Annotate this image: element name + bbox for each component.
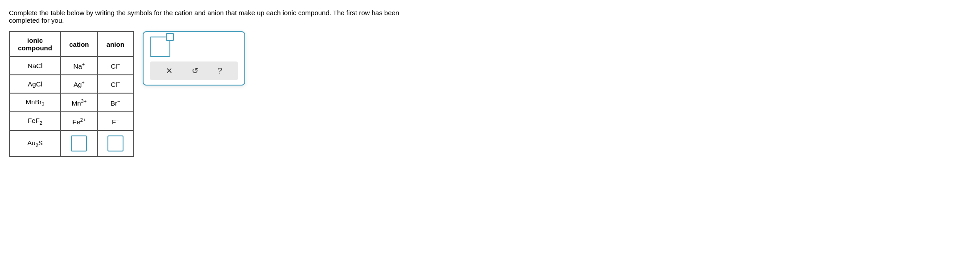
anion-au2s-input-cell (98, 131, 133, 156)
table-row: Au2S (9, 131, 133, 156)
compound-mnbr3-sub: 3 (41, 102, 44, 107)
anion-br-sup: − (117, 98, 120, 104)
popup-main-box[interactable] (150, 37, 170, 57)
cation-input-box[interactable] (71, 135, 87, 151)
table-row: FeF2 Fe2+ F− (9, 112, 133, 131)
ionic-compound-table: ioniccompound cation anion NaCl Na+ Cl− … (9, 31, 134, 157)
anion-cl1-sup: − (117, 61, 120, 67)
popup-toolbar: ✕ ↺ ? (150, 61, 238, 80)
cation-au2s-input-cell (61, 131, 98, 156)
cation-mn: Mn3+ (61, 93, 98, 112)
table-row: NaCl Na+ Cl− (9, 57, 133, 75)
col-header-cation: cation (61, 32, 98, 57)
popup-panel: ✕ ↺ ? (143, 31, 245, 86)
col-header-compound: ioniccompound (9, 32, 61, 57)
table-row: MnBr3 Mn3+ Br− (9, 93, 133, 112)
cation-mn-sup: 3+ (81, 98, 87, 104)
table-row: AgCl Ag+ Cl− (9, 75, 133, 93)
anion-cl2-sup: − (117, 80, 120, 85)
instruction-text: Complete the table below by writing the … (9, 9, 410, 24)
compound-fef2-sub: 2 (40, 120, 42, 126)
compound-mnbr3: MnBr3 (9, 93, 61, 112)
anion-cl1: Cl− (98, 57, 133, 75)
popup-superscript-box[interactable] (166, 33, 174, 41)
cation-na-sup: + (82, 61, 85, 67)
compound-au2s: Au2S (9, 131, 61, 156)
cation-fe-sup: 2+ (80, 117, 86, 123)
col-header-anion: anion (98, 32, 133, 57)
anion-input-box[interactable] (107, 135, 124, 151)
cation-input-wrapper (69, 135, 89, 151)
cation-ag: Ag+ (61, 75, 98, 93)
popup-top-area (150, 37, 238, 57)
popup-close-button[interactable]: ✕ (162, 65, 176, 77)
compound-nacl: NaCl (9, 57, 61, 75)
popup-help-button[interactable]: ? (214, 66, 226, 77)
cation-fe: Fe2+ (61, 112, 98, 131)
cation-na: Na+ (61, 57, 98, 75)
popup-undo-button[interactable]: ↺ (188, 65, 202, 77)
anion-cl2: Cl− (98, 75, 133, 93)
anion-br: Br− (98, 93, 133, 112)
main-layout: ioniccompound cation anion NaCl Na+ Cl− … (9, 31, 971, 157)
anion-f: F− (98, 112, 133, 131)
compound-au2s-sub: 2 (36, 143, 38, 148)
anion-input-wrapper (106, 135, 125, 151)
cation-ag-sup: + (82, 80, 84, 85)
compound-fef2: FeF2 (9, 112, 61, 131)
compound-agcl: AgCl (9, 75, 61, 93)
anion-f-sup: − (116, 117, 119, 123)
